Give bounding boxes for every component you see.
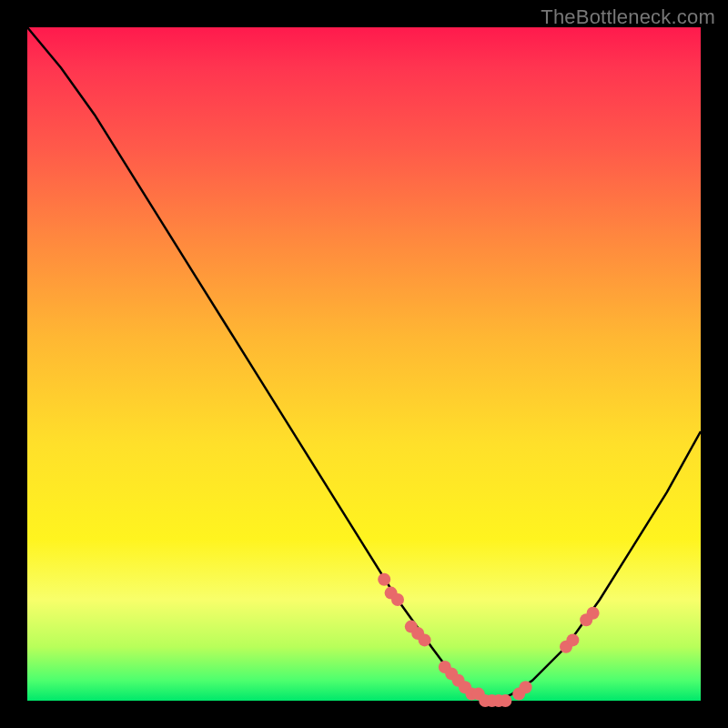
curve-marker: [419, 633, 431, 646]
curve-marker: [587, 607, 600, 620]
curve-marker: [391, 593, 404, 606]
chart-frame: TheBottleneck.com: [0, 0, 728, 728]
bottleneck-curve: [27, 27, 701, 701]
curve-markers: [378, 573, 599, 707]
curve-marker: [378, 573, 390, 586]
curve-marker: [520, 681, 532, 693]
plot-area: [27, 27, 701, 701]
curve-marker: [566, 633, 579, 646]
watermark-text: TheBottleneck.com: [541, 5, 715, 29]
curve-layer: [27, 27, 701, 701]
curve-marker: [499, 694, 511, 707]
